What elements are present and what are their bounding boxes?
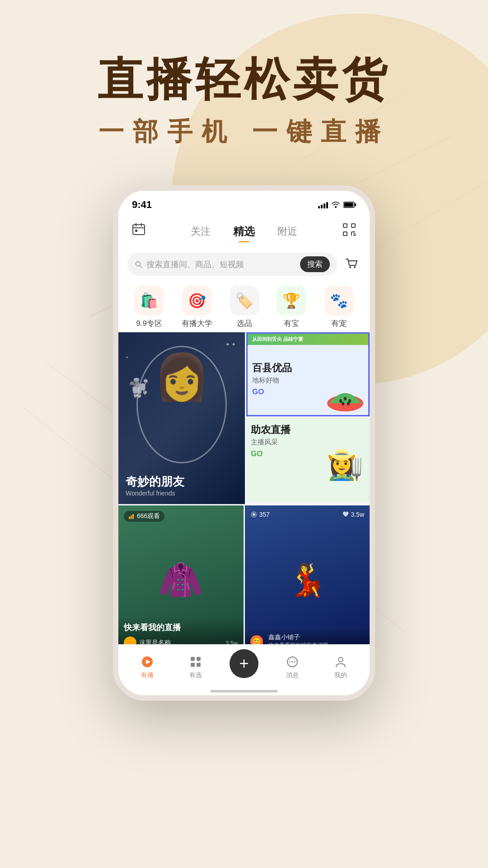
categories: 🛍️ 9.9专区 🎯 有播大学 🏷️ 选品 🏆 有宝 <box>118 280 370 332</box>
farmer-image: 👩‍🌾 <box>320 443 370 502</box>
status-time: 9:41 <box>132 199 152 211</box>
svg-rect-8 <box>133 225 145 235</box>
search-input-container[interactable]: 搜索直播间、商品、短视频 搜索 <box>127 253 337 276</box>
category-select[interactable]: 🏷️ 选品 <box>230 286 259 329</box>
nav-item-youxuan[interactable]: 有选 <box>171 654 220 679</box>
hero-subtitle: 一部手机 一键直播 <box>0 115 488 149</box>
status-bar: 9:41 <box>118 191 370 214</box>
banner-left[interactable]: ✦ ✦ ✦ 👩 🐩 奇妙的朋友 Wonderful friends <box>118 332 245 504</box>
like-count-badge: 3.5w <box>343 511 364 518</box>
play-circle-icon <box>141 655 154 669</box>
banner-right-top[interactable]: 从田间到舌尖 品味宁夏 百县优品 地标好物 GO <box>246 332 370 416</box>
scan-icon-wrap[interactable] <box>342 222 357 239</box>
cart-icon <box>344 257 359 272</box>
play-count-badge: 357 <box>250 511 270 518</box>
author-name-right: 鑫鑫小铺子 <box>268 633 328 642</box>
watermelon-image <box>325 378 366 412</box>
dog-illustration: 🐩 <box>127 377 150 399</box>
svg-rect-39 <box>197 657 201 661</box>
svg-point-24 <box>354 266 356 268</box>
user-icon <box>334 656 347 668</box>
bottom-row: 🧥 666观看 快来看我的直播 <box>118 505 370 655</box>
svg-point-44 <box>292 661 293 663</box>
category-university[interactable]: 🎯 有播大学 <box>182 286 212 329</box>
category-youchong[interactable]: 🐾 有宠 <box>324 286 354 329</box>
banner-tag-text: 从田间到舌尖 品味宁夏 <box>252 336 303 343</box>
nav-item-message[interactable]: 消息 <box>268 654 317 679</box>
svg-point-46 <box>338 657 343 662</box>
svg-rect-38 <box>191 657 195 661</box>
banner-left-subtitle: Wonderful friends <box>126 490 238 497</box>
nav-label-youbo: 有播 <box>141 671 154 679</box>
calendar-icon-wrap[interactable] <box>131 222 146 239</box>
svg-point-23 <box>349 266 351 268</box>
search-button[interactable]: 搜索 <box>300 256 330 272</box>
svg-point-43 <box>290 661 291 663</box>
category-youbao[interactable]: 🏆 有宝 <box>277 286 306 329</box>
top-row: ✦ ✦ ✦ 👩 🐩 奇妙的朋友 Wonderful friends <box>118 332 370 504</box>
calendar-icon <box>131 222 146 237</box>
view-count-text: 666观看 <box>137 512 160 520</box>
svg-rect-33 <box>132 514 134 519</box>
content-area: ✦ ✦ ✦ 👩 🐩 奇妙的朋友 Wonderful friends <box>118 332 370 655</box>
svg-rect-31 <box>129 517 130 519</box>
right-top-title: 百县优品 <box>252 361 364 375</box>
nav-label-mine: 我的 <box>334 671 347 679</box>
right-bottom-go[interactable]: GO <box>251 449 263 458</box>
svg-point-27 <box>344 397 347 401</box>
right-bottom-title: 助农直播 <box>251 423 365 437</box>
cart-icon-wrap[interactable] <box>343 255 361 274</box>
view-count-badge: 666观看 <box>124 511 164 522</box>
banner-right-col: 从田间到舌尖 品味宁夏 百县优品 地标好物 GO <box>246 332 370 504</box>
status-icons <box>318 201 356 208</box>
nav-item-youbo[interactable]: 有播 <box>123 654 171 679</box>
cat-label-99: 9.9专区 <box>136 318 162 329</box>
cat-label-youchong: 有宠 <box>331 318 347 329</box>
like-count-text: 3.5w <box>351 511 364 518</box>
banner-right-bottom[interactable]: 助农直播 主播风采 GO 👩‍🌾 <box>246 418 370 502</box>
search-input[interactable]: 搜索直播间、商品、短视频 <box>146 259 296 270</box>
wifi-icon <box>332 202 340 208</box>
cat-label-select: 选品 <box>237 318 252 329</box>
tab-nearby[interactable]: 附近 <box>277 223 297 240</box>
add-button[interactable]: + <box>230 649 258 678</box>
home-indicator <box>210 690 278 693</box>
grid-icon <box>189 656 202 668</box>
svg-rect-41 <box>197 663 201 667</box>
cat-label-youbao: 有宝 <box>284 318 299 329</box>
banner-left-title: 奇妙的朋友 <box>126 474 238 490</box>
message-icon <box>286 656 299 668</box>
person-illustration: 👩 <box>154 350 210 404</box>
phone-mockup: 9:41 <box>113 185 375 701</box>
svg-rect-7 <box>355 203 356 206</box>
battery-icon <box>343 202 356 208</box>
svg-rect-6 <box>344 203 353 207</box>
hero-section: 直播轻松卖货 一部手机 一键直播 <box>0 0 488 149</box>
svg-point-45 <box>294 661 296 663</box>
video-card-right[interactable]: 💃 357 3.5w <box>245 505 370 655</box>
tab-featured[interactable]: 精选 <box>233 222 255 241</box>
nav-tabs-row: 关注 精选 附近 <box>118 214 370 248</box>
signal-icon <box>318 201 328 208</box>
hero-title: 直播轻松卖货 <box>0 54 488 104</box>
heart-icon <box>343 511 349 518</box>
phone-wrapper: 9:41 <box>0 185 488 701</box>
tab-follow[interactable]: 关注 <box>191 223 211 240</box>
right-top-go[interactable]: GO <box>252 387 264 396</box>
nav-item-mine[interactable]: 我的 <box>317 654 365 679</box>
search-bar-wrap: 搜索直播间、商品、短视频 搜索 <box>118 248 370 280</box>
search-icon <box>135 260 143 269</box>
bar-chart-icon <box>128 513 135 519</box>
play-icon <box>250 511 258 518</box>
video-card-left[interactable]: 🧥 666观看 快来看我的直播 <box>118 505 244 655</box>
scan-icon <box>342 222 357 237</box>
svg-line-22 <box>140 265 142 268</box>
category-99[interactable]: 🛍️ 9.9专区 <box>134 286 164 329</box>
nav-label-message: 消息 <box>286 671 299 679</box>
nav-tabs: 关注 精选 附近 <box>182 218 306 243</box>
nav-item-add[interactable]: + <box>220 649 268 684</box>
cat-label-university: 有播大学 <box>182 318 212 329</box>
svg-rect-15 <box>343 232 347 236</box>
nav-label-youxuan: 有选 <box>189 671 202 679</box>
svg-rect-40 <box>191 663 195 667</box>
